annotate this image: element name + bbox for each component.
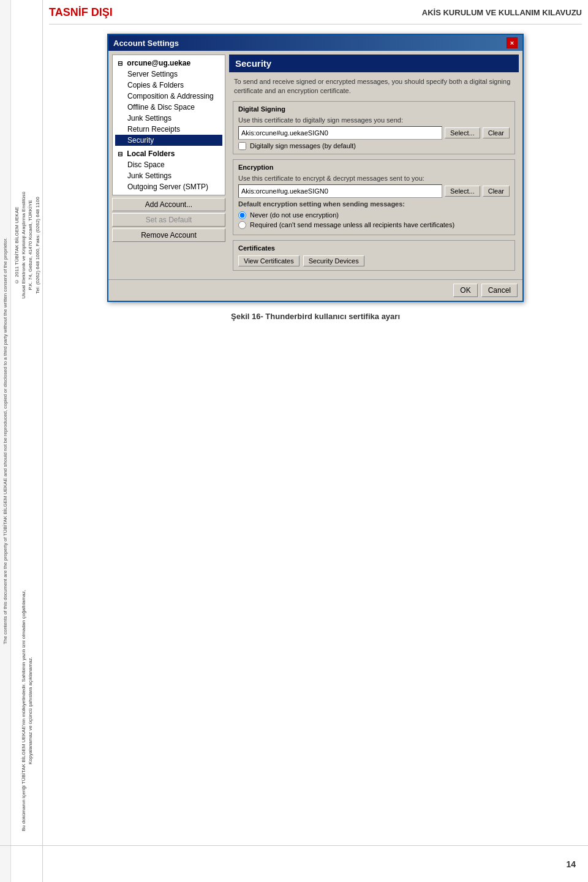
encryption-select-button[interactable]: Select... [445, 186, 480, 197]
institution-text: © 2011 TÜBİTAK BİLGEM UEKAEUlusal Elektr… [11, 31, 43, 459]
tree-outgoing-server[interactable]: Outgoing Server (SMTP) [115, 181, 222, 192]
expand-icon: ⊟ [118, 60, 125, 67]
encryption-section: Encryption Use this certificate to encry… [233, 159, 515, 235]
encryption-never-row: Never (do not use encryption) [238, 211, 510, 219]
dialog-footer: OK Cancel [108, 279, 522, 301]
encryption-cert-label: Use this certificate to encrypt & decryp… [238, 175, 510, 182]
tree-return-receipts[interactable]: Return Receipts [115, 124, 222, 135]
expand-local-icon: ⊟ [118, 151, 125, 157]
tree-disc-space[interactable]: Disc Space [115, 159, 222, 170]
document-title: AKİS KURULUM VE KULLANIM KILAVUZU [422, 8, 582, 17]
left-vertical-text-top: The contents of this document are the pr… [0, 0, 11, 882]
encryption-clear-button[interactable]: Clear [483, 186, 510, 197]
encryption-default-label: Default encryption setting when sending … [238, 200, 510, 208]
ok-button[interactable]: OK [453, 284, 477, 297]
account-buttons-group: Add Account... Set as Default Remove Acc… [112, 198, 225, 242]
digital-signing-title: Digital Signing [238, 105, 510, 113]
add-account-button[interactable]: Add Account... [112, 198, 225, 211]
certificates-section-title: Certificates [238, 244, 510, 252]
bottom-disclaimer-text: Bu dokümanın içeriği TÜBİTAK BİLGEM UEKA… [11, 588, 43, 833]
digital-signing-select-button[interactable]: Select... [445, 127, 480, 138]
page-footer: 14 [0, 845, 588, 882]
certificates-buttons-group: View Certificates Security Devices [238, 255, 510, 266]
tree-account-root[interactable]: ⊟ orcune@ug.uekae [115, 58, 222, 69]
dialog-title: Account Settings [113, 39, 179, 48]
tree-junk-settings[interactable]: Junk Settings [115, 113, 222, 124]
dialog-close-button[interactable]: × [507, 37, 518, 48]
remove-account-button[interactable]: Remove Account [112, 228, 225, 242]
dialog-body: ⊟ orcune@ug.uekae Server Settings Copies… [108, 51, 522, 279]
account-tree-panel: ⊟ orcune@ug.uekae Server Settings Copies… [112, 55, 225, 276]
account-settings-dialog: Account Settings × ⊟ orcune@ug.uekae Ser… [107, 34, 524, 302]
main-content: Account Settings × ⊟ orcune@ug.uekae Ser… [49, 28, 582, 321]
digital-signing-checkbox-label: Digitally sign messages (by default) [250, 142, 356, 149]
dialog-titlebar: Account Settings × [108, 35, 522, 51]
page-number: 14 [566, 859, 576, 869]
encryption-title: Encryption [238, 164, 510, 171]
digital-signing-checkbox[interactable] [238, 142, 246, 150]
encryption-required-label: Required (can't send message unless all … [250, 221, 454, 228]
account-tree: ⊟ orcune@ug.uekae Server Settings Copies… [112, 55, 225, 195]
encryption-required-radio[interactable] [238, 221, 246, 229]
certificates-section: Certificates View Certificates Security … [233, 240, 515, 271]
security-devices-button[interactable]: Security Devices [303, 255, 364, 266]
page-header: TASNİF DIŞI AKİS KURULUM VE KULLANIM KIL… [49, 6, 582, 24]
tree-local-folders[interactable]: ⊟ Local Folders [115, 148, 222, 159]
digital-signing-cert-row: Select... Clear [238, 126, 510, 140]
view-certificates-button[interactable]: View Certificates [238, 255, 300, 266]
tree-server-settings[interactable]: Server Settings [115, 69, 222, 80]
encryption-cert-row: Select... Clear [238, 184, 510, 198]
digital-signing-cert-input[interactable] [238, 126, 442, 140]
cancel-button[interactable]: Cancel [481, 284, 518, 297]
security-panel-title: Security [229, 55, 519, 72]
digital-signing-label: Use this certificate to digitally sign m… [238, 116, 510, 124]
set-default-button[interactable]: Set as Default [112, 213, 225, 227]
encryption-never-radio[interactable] [238, 211, 246, 219]
digital-signing-clear-button[interactable]: Clear [483, 127, 510, 138]
tree-local-junk[interactable]: Junk Settings [115, 170, 222, 181]
tree-copies-folders[interactable]: Copies & Folders [115, 80, 222, 91]
tree-composition-addressing[interactable]: Composition & Addressing [115, 91, 222, 102]
encryption-never-label: Never (do not use encryption) [250, 211, 339, 219]
figure-caption: Şekil 16- Thunderbird kullanıcı sertifik… [231, 312, 400, 321]
digital-signing-checkbox-row: Digitally sign messages (by default) [238, 142, 510, 150]
security-description: To send and receive signed or encrypted … [229, 77, 519, 101]
security-settings-panel: Security To send and receive signed or e… [229, 55, 519, 276]
tree-offline-disc-space[interactable]: Offline & Disc Space [115, 102, 222, 113]
tree-security[interactable]: Security [115, 135, 222, 146]
encryption-cert-input[interactable] [238, 184, 442, 198]
digital-signing-section: Digital Signing Use this certificate to … [233, 101, 515, 154]
encryption-required-row: Required (can't send message unless all … [238, 221, 510, 229]
classification-title: TASNİF DIŞI [49, 6, 113, 19]
